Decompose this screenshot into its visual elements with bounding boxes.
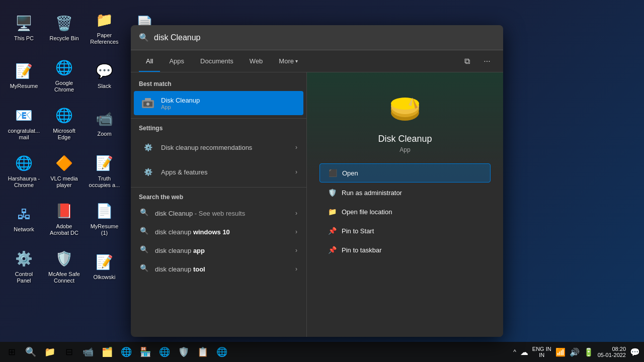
search-icon: 🔍 — [139, 33, 149, 42]
taskbar-right: ^ ☁ ENG IN IN 📶 🔊 🔋 08:20 05-01-2022 💬 — [513, 346, 644, 358]
search-web-header: Search the web — [131, 191, 306, 204]
action-pin-to-taskbar-button[interactable]: 📌 Pin to taskbar — [319, 241, 491, 259]
taskbar-wifi-icon: 📶 — [555, 347, 566, 357]
search-results-right: Disk Cleanup App ⬛ Open 🛡️ Run as admini… — [307, 72, 503, 337]
microsoft-edge-icon: 🌐 — [54, 106, 74, 126]
myresume2-icon: 📄 — [95, 201, 115, 221]
web-item-tool-text: disk cleanup tool — [155, 265, 295, 273]
action-open-button[interactable]: ⬛ Open — [319, 163, 491, 183]
desktop-icon-google-chrome[interactable]: 🌐 Google Chrome — [45, 53, 83, 98]
taskbar-more-chrome-button[interactable]: 🌐 — [213, 343, 231, 361]
desktop-icon-myresume[interactable]: 📝 MyResume — [5, 53, 43, 98]
vlc-label: VLC media player — [48, 175, 80, 189]
app-preview-icon — [385, 87, 425, 128]
taskbar: ⊞ 🔍 📁 ⊟ 📹 🗂️ 🌐 🏪 🌐 🛡️ 📋 🌐 ^ ☁ ENG IN IN … — [0, 342, 644, 362]
taskbar-widgets-button[interactable]: ⊟ — [60, 343, 78, 361]
adobe-acrobat-label: Adobe Acrobat DC — [48, 223, 80, 236]
app-preview-name: Disk Cleanup — [378, 134, 432, 144]
search-tabs: All Apps Documents Web More ▾ ⧉ ··· — [131, 50, 503, 72]
tab-apps[interactable]: Apps — [162, 54, 191, 68]
taskbar-battery-icon: 🔋 — [584, 347, 594, 357]
tab-all[interactable]: All — [139, 54, 160, 68]
desktop-icon-zoom[interactable]: 📹 Zoom — [86, 101, 123, 146]
apps-features-text: Apps & features — [161, 168, 295, 176]
divider-1 — [131, 118, 306, 119]
settings-item-disk-cleanup-rec[interactable]: ⚙️ Disk cleanup recommendations › — [134, 135, 303, 159]
run-as-admin-icon: 🛡️ — [328, 189, 337, 197]
web-item-disk-cleanup-tool[interactable]: 🔍 disk cleanup tool › — [134, 260, 303, 278]
desktop-icon-mcafee[interactable]: 🛡️ McAfee Safe Connect — [45, 244, 83, 289]
best-match-header: Best match — [131, 77, 306, 90]
open-action-icon: ⬛ — [328, 169, 337, 177]
tab-web[interactable]: Web — [243, 54, 270, 68]
svg-rect-3 — [145, 98, 151, 101]
desktop-icon-control-panel[interactable]: ⚙️ Control Panel — [5, 244, 43, 289]
taskbar-clock[interactable]: 08:20 05-01-2022 — [598, 346, 626, 358]
microsoft-edge-label: Microsoft Edge — [48, 128, 80, 141]
taskbar-chrome-button[interactable]: 🌐 — [155, 343, 174, 361]
search-input[interactable] — [154, 33, 495, 42]
desktop-icon-paper-references[interactable]: 📁 Paper References — [86, 5, 123, 50]
mcafee-label: McAfee Safe Connect — [48, 271, 80, 284]
settings-header: Settings — [131, 122, 306, 135]
desktop-icon-truth[interactable]: 📝 Truth occupies a... — [86, 148, 123, 194]
disk-cleanup-rec-icon: ⚙️ — [140, 139, 156, 155]
tab-more-button[interactable]: ··· — [479, 53, 495, 69]
tab-more[interactable]: More ▾ — [272, 54, 305, 68]
action-pin-to-start-button[interactable]: 📌 Pin to Start — [319, 222, 491, 240]
olkowski-label: Olkowski — [93, 274, 115, 281]
taskbar-language-indicator: ENG IN IN — [532, 346, 551, 358]
desktop-icon-this-pc[interactable]: 🖥️ This PC — [5, 5, 43, 50]
desktop: 🖥️ This PC 🗑️ Recycle Bin 📁 Paper Refere… — [0, 0, 644, 362]
desktop-icon-congratulate-mail[interactable]: 📧 congratulat... mail — [5, 101, 43, 146]
taskbar-antivirus-button[interactable]: 🛡️ — [175, 343, 193, 361]
svg-point-2 — [146, 103, 149, 106]
web-item-disk-cleanup-app[interactable]: 🔍 disk cleanup app › — [134, 241, 303, 259]
disk-cleanup-rec-text: Disk cleanup recommendations — [161, 144, 295, 151]
desktop-icon-myresume2[interactable]: 📄 MyResume (1) — [86, 196, 123, 241]
best-match-title: Disk Cleanup — [161, 97, 297, 104]
start-button[interactable]: ⊞ — [3, 343, 21, 361]
web-item-1-arrow: › — [295, 210, 297, 217]
run-as-admin-label: Run as administrator — [342, 189, 402, 197]
pin-to-start-icon: 📌 — [328, 227, 337, 235]
paper-references-label: Paper References — [88, 32, 121, 45]
web-item-disk-cleanup-win10[interactable]: 🔍 disk cleanup windows 10 › — [134, 223, 303, 241]
web-search-icon-1: 🔍 — [140, 208, 150, 218]
taskbar-hidden-icons-button[interactable]: ^ — [513, 348, 516, 355]
adobe-acrobat-icon: 📕 — [54, 201, 74, 221]
tab-share-button[interactable]: ⧉ — [459, 53, 475, 69]
desktop-icon-olkowski[interactable]: 📝 Olkowski — [86, 244, 123, 289]
web-item-disk-cleanup[interactable]: 🔍 disk Cleanup - See web results › — [134, 204, 303, 222]
action-run-as-admin-button[interactable]: 🛡️ Run as administrator — [319, 184, 491, 202]
desktop-icon-network[interactable]: 🖧 Network — [5, 196, 43, 241]
taskbar-search-button[interactable]: 🔍 — [22, 343, 40, 361]
taskbar-todo-button[interactable]: 📋 — [194, 343, 212, 361]
desktop-icon-recycle-bin[interactable]: 🗑️ Recycle Bin — [45, 5, 83, 50]
apps-features-arrow: › — [295, 168, 297, 175]
taskbar-file-explorer-button[interactable]: 📁 — [41, 343, 59, 361]
desktop-icon-vlc[interactable]: 🔶 VLC media player — [45, 148, 83, 194]
harshaurya-chrome-label: Harshaurya - Chrome — [8, 175, 40, 189]
taskbar-notifications-button[interactable]: 💬 — [630, 347, 640, 357]
taskbar-edge-button[interactable]: 🌐 — [117, 343, 135, 361]
desktop-icon-microsoft-edge[interactable]: 🌐 Microsoft Edge — [45, 101, 83, 146]
desktop-icon-slack[interactable]: 💬 Slack — [86, 53, 123, 98]
action-open-file-location-button[interactable]: 📁 Open file location — [319, 203, 491, 221]
taskbar-store-button[interactable]: 🏪 — [136, 343, 154, 361]
truth-icon: 📝 — [95, 153, 115, 173]
myresume-label: MyResume — [10, 83, 38, 89]
web-item-3-arrow: › — [295, 247, 297, 254]
desktop-icon-adobe-acrobat[interactable]: 📕 Adobe Acrobat DC — [45, 196, 83, 241]
taskbar-teams-button[interactable]: 📹 — [79, 343, 97, 361]
settings-item-apps-features[interactable]: ⚙️ Apps & features › — [134, 160, 303, 184]
open-action-label: Open — [342, 169, 358, 177]
taskbar-folder-button[interactable]: 🗂️ — [98, 343, 116, 361]
desktop-icon-harshaurya-chrome[interactable]: 🌐 Harshaurya - Chrome — [5, 148, 43, 194]
recycle-bin-icon: 🗑️ — [54, 13, 74, 33]
this-pc-icon: 🖥️ — [14, 13, 34, 33]
tab-documents[interactable]: Documents — [193, 54, 240, 68]
best-match-item[interactable]: Disk Cleanup App — [134, 91, 303, 115]
pin-to-taskbar-label: Pin to taskbar — [342, 246, 382, 254]
apps-features-icon: ⚙️ — [140, 164, 156, 180]
